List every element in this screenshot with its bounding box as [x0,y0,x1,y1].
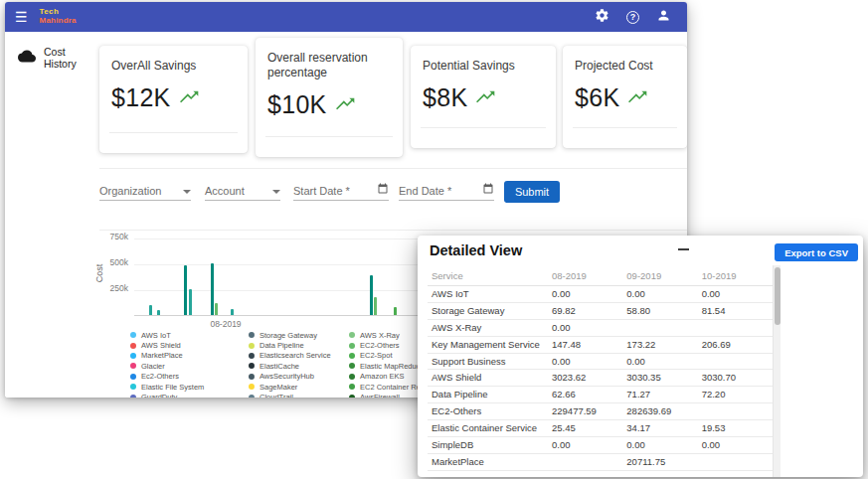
brand-logo: Tech Mahindra [40,8,77,26]
service-cell: Elastic Container Service [428,420,548,437]
value-cell [698,353,773,370]
chevron-down-icon [183,190,191,194]
table-row: MarketPlace20711.75 [428,453,773,470]
stat-card-projected-cost: Projected Cost $6K [563,46,687,148]
legend-dot [349,332,355,338]
legend-dot [249,395,255,398]
chart-bar [231,309,234,315]
sidebar-item-cost-history[interactable]: Cost History [5,32,99,70]
trend-up-icon [180,89,200,107]
trend-up-icon [628,89,648,107]
legend-dot [130,384,136,390]
legend-item[interactable]: MarketPlace [130,351,244,361]
legend-item[interactable]: GuardDuty [130,392,244,398]
card-title: Projected Cost [575,59,675,74]
legend-dot [349,353,355,359]
stat-card-overall-savings: OverAll Savings $12K [99,46,248,153]
legend-dot [349,395,355,398]
value-cell [622,319,697,336]
legend-item[interactable]: AwsSecurityHub [249,372,362,382]
value-cell: 3023.62 [548,370,622,387]
submit-button[interactable]: Submit [504,181,560,203]
table-row: Key Management Service147.48173.22206.69 [428,336,773,353]
value-cell: 229477.59 [548,403,622,420]
section-divider [99,230,687,231]
legend-label: Elasticsearch Service [260,351,331,360]
legend-item[interactable]: Elasticsearch Service [249,351,362,361]
service-cell: Storage Gateway [428,302,548,319]
export-csv-button[interactable]: Export to CSV [775,243,858,261]
value-cell [698,453,773,470]
legend-item[interactable]: AWS IoT [130,330,244,340]
legend-item[interactable]: Glacier [130,361,244,371]
value-cell [698,403,773,420]
legend-label: Elastic File System [141,383,204,392]
value-cell: 0.00 [622,436,697,453]
legend-label: Storage Gateway [260,331,317,340]
service-cell: AWS Shield [428,370,548,387]
legend-dot [130,353,136,359]
legend-item[interactable]: Elastic File System [130,382,244,392]
value-cell: 0.00 [698,436,773,453]
card-value: $6K [575,83,619,112]
legend-item[interactable]: Ec2-Others [130,372,244,382]
legend-label: GuardDuty [141,393,177,398]
legend-dot [130,332,136,338]
legend-label: MarketPlace [141,351,183,360]
table-row: AWS Shield3023.623030.353030.70 [428,370,773,387]
chart-bar [184,265,187,315]
minimize-icon[interactable] [678,248,689,250]
legend-item[interactable]: CloudTrail [249,392,362,398]
service-cell: Data Pipeline [428,387,548,403]
legend-item[interactable]: ElastiCache [249,361,362,371]
calendar-icon[interactable] [377,183,389,197]
detailed-view-title: Detailed View [430,242,522,258]
value-cell: 20711.75 [622,453,697,470]
stat-card-reservation-percentage: Overall reservation percentage $10K [256,38,403,157]
calendar-icon[interactable] [482,183,494,197]
legend-item[interactable]: AWS Shield [130,340,244,350]
legend-label: AwsFirewall [360,393,400,398]
legend-item[interactable]: Data Pipeline [249,340,362,350]
sidebar: Cost History [5,32,99,398]
legend-dot [249,384,255,390]
table-header-row: Service08-201909-201910-2019 [428,265,773,286]
account-select[interactable]: Account [205,179,280,201]
value-cell: 3030.35 [622,370,697,387]
detailed-view-panel: Detailed View Export to CSV Service08-20… [418,236,863,477]
organization-select[interactable]: Organization [99,179,191,201]
end-date-input[interactable]: End Date * [399,179,494,201]
column-header: Service [428,265,548,286]
legend-label: Ec2-Others [141,372,179,381]
trend-up-icon [476,89,496,107]
value-cell: 3030.70 [698,370,773,387]
trend-up-icon [336,96,356,114]
legend-label: ElastiCache [260,362,299,371]
legend-item[interactable]: Storage Gateway [249,330,362,340]
legend-label: CloudTrail [260,393,293,398]
start-date-input[interactable]: Start Date * [293,179,389,201]
value-cell: 173.22 [622,336,697,353]
chart-bar [211,263,214,315]
legend-dot [249,353,255,359]
legend-item[interactable]: SageMaker [249,382,362,392]
value-cell: 19.53 [698,420,773,437]
value-cell: 0.00 [548,319,622,336]
value-cell: 147.48 [548,336,622,353]
help-icon[interactable]: ? [626,11,639,24]
settings-icon[interactable] [595,8,609,27]
card-value: $10K [267,90,327,119]
table-scrollbar[interactable] [773,265,781,477]
value-cell: 206.69 [698,336,773,353]
table-row: Data Pipeline62.6671.2772.20 [428,387,773,403]
value-cell [698,319,773,336]
account-icon[interactable] [656,8,671,27]
cloud-icon [18,49,36,67]
section-divider [99,168,687,169]
scrollbar-thumb[interactable] [775,267,781,325]
value-cell: 25.45 [548,420,622,437]
card-divider [421,127,546,128]
menu-icon[interactable]: ☰ [15,10,28,24]
value-cell: 282639.69 [622,403,697,420]
legend-label: AwsSecurityHub [260,372,314,381]
